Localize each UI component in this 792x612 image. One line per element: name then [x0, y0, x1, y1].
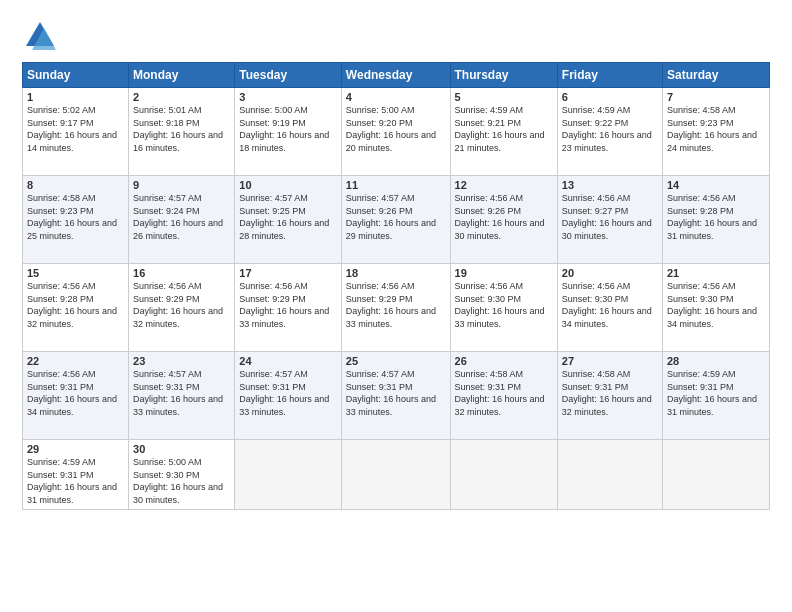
calendar-cell: 20 Sunrise: 4:56 AMSunset: 9:30 PMDaylig… — [557, 264, 662, 352]
day-number: 2 — [133, 91, 230, 103]
day-info: Sunrise: 4:56 AMSunset: 9:29 PMDaylight:… — [239, 281, 329, 329]
calendar-cell: 26 Sunrise: 4:58 AMSunset: 9:31 PMDaylig… — [450, 352, 557, 440]
day-info: Sunrise: 4:59 AMSunset: 9:21 PMDaylight:… — [455, 105, 545, 153]
calendar-week-row: 22 Sunrise: 4:56 AMSunset: 9:31 PMDaylig… — [23, 352, 770, 440]
calendar-day-header: Sunday — [23, 63, 129, 88]
day-number: 26 — [455, 355, 553, 367]
calendar-cell: 24 Sunrise: 4:57 AMSunset: 9:31 PMDaylig… — [235, 352, 342, 440]
day-number: 17 — [239, 267, 337, 279]
day-info: Sunrise: 4:56 AMSunset: 9:27 PMDaylight:… — [562, 193, 652, 241]
calendar-cell: 15 Sunrise: 4:56 AMSunset: 9:28 PMDaylig… — [23, 264, 129, 352]
calendar-cell: 3 Sunrise: 5:00 AMSunset: 9:19 PMDayligh… — [235, 88, 342, 176]
day-number: 14 — [667, 179, 765, 191]
day-number: 4 — [346, 91, 446, 103]
day-number: 9 — [133, 179, 230, 191]
calendar-cell: 18 Sunrise: 4:56 AMSunset: 9:29 PMDaylig… — [341, 264, 450, 352]
calendar-cell: 4 Sunrise: 5:00 AMSunset: 9:20 PMDayligh… — [341, 88, 450, 176]
logo-icon — [22, 18, 58, 54]
calendar-day-header: Friday — [557, 63, 662, 88]
day-number: 23 — [133, 355, 230, 367]
day-info: Sunrise: 4:59 AMSunset: 9:31 PMDaylight:… — [27, 457, 117, 505]
header — [22, 18, 770, 54]
day-info: Sunrise: 4:58 AMSunset: 9:31 PMDaylight:… — [562, 369, 652, 417]
day-number: 29 — [27, 443, 124, 455]
calendar-cell: 5 Sunrise: 4:59 AMSunset: 9:21 PMDayligh… — [450, 88, 557, 176]
day-number: 10 — [239, 179, 337, 191]
day-info: Sunrise: 5:00 AMSunset: 9:19 PMDaylight:… — [239, 105, 329, 153]
day-number: 6 — [562, 91, 658, 103]
day-info: Sunrise: 4:57 AMSunset: 9:26 PMDaylight:… — [346, 193, 436, 241]
day-info: Sunrise: 4:57 AMSunset: 9:25 PMDaylight:… — [239, 193, 329, 241]
day-info: Sunrise: 4:57 AMSunset: 9:31 PMDaylight:… — [239, 369, 329, 417]
calendar-cell — [557, 440, 662, 510]
calendar-cell: 9 Sunrise: 4:57 AMSunset: 9:24 PMDayligh… — [129, 176, 235, 264]
calendar-week-row: 29 Sunrise: 4:59 AMSunset: 9:31 PMDaylig… — [23, 440, 770, 510]
day-info: Sunrise: 5:01 AMSunset: 9:18 PMDaylight:… — [133, 105, 223, 153]
day-number: 20 — [562, 267, 658, 279]
day-info: Sunrise: 4:56 AMSunset: 9:26 PMDaylight:… — [455, 193, 545, 241]
day-number: 3 — [239, 91, 337, 103]
day-info: Sunrise: 4:56 AMSunset: 9:30 PMDaylight:… — [455, 281, 545, 329]
day-info: Sunrise: 5:02 AMSunset: 9:17 PMDaylight:… — [27, 105, 117, 153]
calendar-cell — [663, 440, 770, 510]
calendar-week-row: 15 Sunrise: 4:56 AMSunset: 9:28 PMDaylig… — [23, 264, 770, 352]
day-info: Sunrise: 4:56 AMSunset: 9:30 PMDaylight:… — [667, 281, 757, 329]
calendar-cell: 25 Sunrise: 4:57 AMSunset: 9:31 PMDaylig… — [341, 352, 450, 440]
day-info: Sunrise: 4:59 AMSunset: 9:22 PMDaylight:… — [562, 105, 652, 153]
day-info: Sunrise: 4:57 AMSunset: 9:31 PMDaylight:… — [346, 369, 436, 417]
day-number: 13 — [562, 179, 658, 191]
calendar-day-header: Saturday — [663, 63, 770, 88]
day-number: 22 — [27, 355, 124, 367]
calendar-cell — [450, 440, 557, 510]
calendar-week-row: 1 Sunrise: 5:02 AMSunset: 9:17 PMDayligh… — [23, 88, 770, 176]
day-info: Sunrise: 4:57 AMSunset: 9:31 PMDaylight:… — [133, 369, 223, 417]
day-number: 11 — [346, 179, 446, 191]
day-info: Sunrise: 4:56 AMSunset: 9:30 PMDaylight:… — [562, 281, 652, 329]
day-info: Sunrise: 4:58 AMSunset: 9:23 PMDaylight:… — [27, 193, 117, 241]
day-info: Sunrise: 4:57 AMSunset: 9:24 PMDaylight:… — [133, 193, 223, 241]
calendar-cell: 8 Sunrise: 4:58 AMSunset: 9:23 PMDayligh… — [23, 176, 129, 264]
calendar-cell: 2 Sunrise: 5:01 AMSunset: 9:18 PMDayligh… — [129, 88, 235, 176]
day-number: 27 — [562, 355, 658, 367]
calendar: SundayMondayTuesdayWednesdayThursdayFrid… — [22, 62, 770, 510]
calendar-day-header: Tuesday — [235, 63, 342, 88]
calendar-cell: 14 Sunrise: 4:56 AMSunset: 9:28 PMDaylig… — [663, 176, 770, 264]
day-number: 16 — [133, 267, 230, 279]
calendar-cell: 23 Sunrise: 4:57 AMSunset: 9:31 PMDaylig… — [129, 352, 235, 440]
day-info: Sunrise: 4:59 AMSunset: 9:31 PMDaylight:… — [667, 369, 757, 417]
day-info: Sunrise: 5:00 AMSunset: 9:30 PMDaylight:… — [133, 457, 223, 505]
calendar-cell: 16 Sunrise: 4:56 AMSunset: 9:29 PMDaylig… — [129, 264, 235, 352]
calendar-cell — [341, 440, 450, 510]
day-info: Sunrise: 4:56 AMSunset: 9:28 PMDaylight:… — [27, 281, 117, 329]
day-info: Sunrise: 4:58 AMSunset: 9:31 PMDaylight:… — [455, 369, 545, 417]
day-number: 8 — [27, 179, 124, 191]
day-info: Sunrise: 4:56 AMSunset: 9:28 PMDaylight:… — [667, 193, 757, 241]
calendar-cell: 27 Sunrise: 4:58 AMSunset: 9:31 PMDaylig… — [557, 352, 662, 440]
calendar-cell: 11 Sunrise: 4:57 AMSunset: 9:26 PMDaylig… — [341, 176, 450, 264]
day-number: 7 — [667, 91, 765, 103]
day-info: Sunrise: 4:56 AMSunset: 9:29 PMDaylight:… — [133, 281, 223, 329]
calendar-week-row: 8 Sunrise: 4:58 AMSunset: 9:23 PMDayligh… — [23, 176, 770, 264]
calendar-cell: 19 Sunrise: 4:56 AMSunset: 9:30 PMDaylig… — [450, 264, 557, 352]
logo — [22, 18, 62, 54]
calendar-cell: 13 Sunrise: 4:56 AMSunset: 9:27 PMDaylig… — [557, 176, 662, 264]
calendar-cell: 1 Sunrise: 5:02 AMSunset: 9:17 PMDayligh… — [23, 88, 129, 176]
calendar-cell: 29 Sunrise: 4:59 AMSunset: 9:31 PMDaylig… — [23, 440, 129, 510]
day-info: Sunrise: 4:56 AMSunset: 9:29 PMDaylight:… — [346, 281, 436, 329]
calendar-cell: 28 Sunrise: 4:59 AMSunset: 9:31 PMDaylig… — [663, 352, 770, 440]
calendar-cell: 22 Sunrise: 4:56 AMSunset: 9:31 PMDaylig… — [23, 352, 129, 440]
calendar-day-header: Monday — [129, 63, 235, 88]
day-info: Sunrise: 5:00 AMSunset: 9:20 PMDaylight:… — [346, 105, 436, 153]
day-number: 30 — [133, 443, 230, 455]
day-number: 25 — [346, 355, 446, 367]
day-number: 18 — [346, 267, 446, 279]
calendar-cell: 21 Sunrise: 4:56 AMSunset: 9:30 PMDaylig… — [663, 264, 770, 352]
calendar-cell: 30 Sunrise: 5:00 AMSunset: 9:30 PMDaylig… — [129, 440, 235, 510]
day-number: 1 — [27, 91, 124, 103]
day-number: 15 — [27, 267, 124, 279]
calendar-cell: 10 Sunrise: 4:57 AMSunset: 9:25 PMDaylig… — [235, 176, 342, 264]
page: SundayMondayTuesdayWednesdayThursdayFrid… — [0, 0, 792, 612]
calendar-day-header: Thursday — [450, 63, 557, 88]
day-number: 5 — [455, 91, 553, 103]
calendar-cell: 12 Sunrise: 4:56 AMSunset: 9:26 PMDaylig… — [450, 176, 557, 264]
